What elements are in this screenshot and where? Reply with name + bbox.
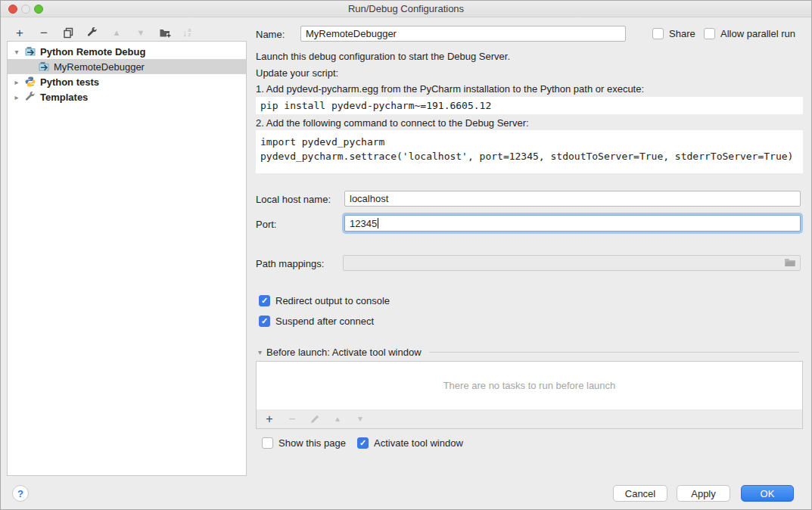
configurations-toolbar: + − ▲ ▼ ↓ az [13,23,191,42]
activate-tool-window-checkbox[interactable]: Activate tool window [357,437,463,449]
pip-command-snippet: pip install pydevd-pycharm~=191.6605.12 [256,97,803,114]
tree-item-templates[interactable]: ▸ Templates [8,89,246,104]
before-launch-title: Before launch: Activate tool window [266,347,422,358]
section-divider [429,352,799,353]
cancel-button[interactable]: Cancel [613,485,667,502]
move-task-up-icon: ▲ [331,412,344,426]
collapse-triangle-icon[interactable]: ▾ [258,348,262,356]
local-host-name-label: Local host name: [256,194,331,205]
remove-configuration-button[interactable]: − [37,26,51,39]
checkbox-box[interactable] [259,295,270,306]
run-debug-configurations-dialog: Run/Debug Configurations + − ▲ ▼ ↓ az ▾ … [0,0,812,510]
edit-task-pencil-icon [308,412,322,426]
expander-closed-icon[interactable]: ▸ [12,93,21,101]
checkbox-box[interactable] [704,28,715,39]
port-label: Port: [256,219,276,230]
redirect-output-checkbox[interactable]: Redirect output to console [259,295,390,306]
description-line-2: Update your script: [256,67,338,79]
ok-button[interactable]: OK [741,485,794,502]
copy-configuration-icon[interactable] [61,26,75,39]
browse-folder-icon[interactable] [784,257,796,269]
step-2-text: 2. Add the following command to connect … [256,117,529,129]
run-config-icon [38,61,50,73]
new-folder-icon[interactable] [158,26,172,39]
path-mappings-field [343,255,801,271]
window-title: Run/Debug Configurations [1,3,811,14]
before-launch-section-header[interactable]: ▾ Before launch: Activate tool window [258,347,799,358]
run-config-icon [24,45,36,58]
checkbox-box[interactable] [259,316,270,327]
apply-button[interactable]: Apply [677,485,730,502]
checkbox-box[interactable] [357,437,369,449]
help-button[interactable]: ? [12,485,29,502]
wrench-icon [24,91,36,103]
settrace-code-snippet: import pydevd_pycharm pydevd_pycharm.set… [256,130,803,173]
tree-item-python-remote-debug[interactable]: ▾ Python Remote Debug [8,44,246,59]
task-list-toolbar: + − ▲ ▼ [256,409,803,429]
show-this-page-checkbox[interactable]: Show this page [262,437,346,449]
remove-task-button: − [285,412,299,426]
move-up-icon: ▲ [110,26,123,39]
local-host-name-input[interactable] [344,191,801,207]
allow-parallel-run-checkbox[interactable]: Allow parallel run [704,28,795,39]
name-input[interactable] [300,26,626,42]
empty-task-list-text: There are no tasks to run before launch [443,380,616,391]
description-line-1: Launch this debug configuration to start… [256,51,510,62]
share-checkbox[interactable]: Share [652,28,695,39]
move-task-down-icon: ▼ [353,412,367,426]
tree-item-python-tests[interactable]: ▸ Python tests [8,74,246,89]
edit-templates-wrench-icon[interactable] [86,26,99,39]
expander-closed-icon[interactable]: ▸ [12,78,21,86]
python-icon [24,76,36,88]
checkbox-box[interactable] [652,28,664,39]
sort-configurations-icon: ↓ az [182,27,191,39]
port-field[interactable]: 12345 [344,215,801,232]
add-configuration-button[interactable]: + [13,26,26,39]
step-1-text: 1. Add pydevd-pycharm.egg from the PyCha… [256,83,644,95]
configurations-tree: ▾ Python Remote Debug MyRemoteDebugger ▸… [7,41,247,476]
move-down-icon: ▼ [134,26,148,39]
path-mappings-label: Path mappings: [256,258,324,269]
title-bar: Run/Debug Configurations [1,1,811,17]
text-caret [378,218,378,229]
tree-item-myremotedebugger[interactable]: MyRemoteDebugger [8,59,246,74]
before-launch-task-list[interactable]: There are no tasks to run before launch [256,361,803,410]
checkbox-box[interactable] [262,437,273,449]
expander-open-icon[interactable]: ▾ [12,48,21,56]
name-label: Name: [256,29,285,40]
add-task-button[interactable]: + [263,412,276,426]
suspend-after-connect-checkbox[interactable]: Suspend after connect [259,316,374,327]
